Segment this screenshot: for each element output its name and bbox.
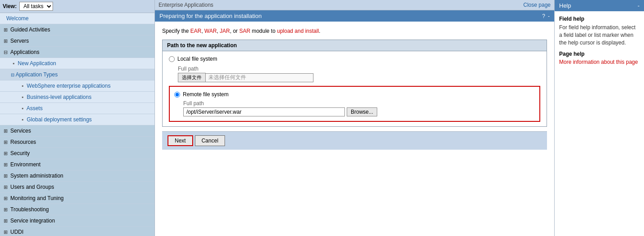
breadcrumb: Enterprise Applications Close page	[155, 0, 554, 10]
plus-icon: ⊞	[4, 139, 8, 145]
plus-icon: ⊞	[4, 38, 8, 44]
sidebar-item-environment[interactable]: ⊞ Environment	[0, 159, 154, 170]
remote-full-path-label: Full path	[183, 100, 535, 107]
local-file-input-row: 选择文件	[178, 73, 540, 82]
sidebar-item-uddi[interactable]: ⊞ UDDI	[0, 227, 154, 236]
next-button[interactable]: Next	[168, 135, 193, 146]
highlight-sar: SAR	[239, 28, 251, 34]
sidebar-item-welcome[interactable]: Welcome	[0, 13, 154, 24]
path-panel: Path to the new application Local file s…	[162, 40, 547, 127]
sidebar-item-guided-activities[interactable]: ⊞ Guided Activities	[0, 24, 154, 36]
sidebar: View: All tasks Welcome ⊞ Guided Activit…	[0, 0, 155, 236]
page-help-link[interactable]: More information about this page	[559, 59, 638, 65]
help-title: Help	[559, 2, 571, 9]
page-header: Preparing for the application installati…	[155, 10, 554, 22]
remote-path-input[interactable]	[183, 107, 345, 116]
field-help-title: Field help	[559, 16, 640, 22]
remote-label[interactable]: Remote file system	[183, 91, 229, 98]
plus-icon: ⊞	[4, 128, 8, 134]
remote-input-row: Browse...	[183, 107, 535, 116]
minus-icon: ⊟	[4, 49, 8, 55]
remote-section: Remote file system Full path Browse...	[169, 86, 540, 122]
browse-button[interactable]: Browse...	[347, 107, 377, 116]
plus-icon: ⊞	[4, 207, 8, 213]
local-field-group: Full path 选择文件	[178, 66, 540, 82]
highlight-ear: EAR	[190, 28, 202, 34]
local-full-path-label: Full path	[178, 66, 540, 72]
sidebar-item-applications[interactable]: ⊟ Applications	[0, 47, 154, 58]
help-minimize-btn[interactable]: -	[638, 2, 640, 9]
bullet-icon: ▪	[22, 116, 23, 123]
sidebar-item-global-deployment[interactable]: ▪ Global deployment settings	[0, 114, 154, 125]
sidebar-item-business-level[interactable]: ▪ Business-level applications	[0, 92, 154, 103]
plus-icon: ⊞	[4, 196, 8, 201]
plus-icon: ⊞	[4, 229, 8, 235]
sidebar-item-monitoring-tuning[interactable]: ⊞ Monitoring and Tuning	[0, 193, 154, 204]
panel-header: Path to the new application	[163, 40, 547, 51]
sidebar-top-bar: View: All tasks	[0, 0, 154, 13]
local-label[interactable]: Local file system	[177, 56, 217, 62]
highlight-war: WAR	[204, 28, 217, 34]
page-title: Preparing for the application installati…	[159, 13, 262, 19]
field-help-text: For field help information, select a fie…	[559, 24, 640, 46]
local-radio[interactable]	[169, 56, 175, 62]
help-panel: Help - Field help For field help informa…	[554, 0, 644, 236]
sidebar-item-new-application[interactable]: ▪ New Application	[0, 58, 154, 69]
panel-body: Local file system Full path 选择文件 Remote …	[163, 51, 547, 126]
bullet-icon: ▪	[22, 105, 23, 111]
remote-field-group: Full path Browse...	[183, 100, 535, 116]
minimize-icon-btn[interactable]: -	[548, 13, 550, 19]
local-radio-row: Local file system	[169, 56, 540, 62]
plus-icon: ⊞	[4, 218, 8, 224]
minus-icon: ⊟	[11, 72, 14, 77]
help-header: Help -	[555, 0, 644, 11]
sidebar-nav: Welcome ⊞ Guided Activities ⊞ Servers ⊟ …	[0, 13, 154, 236]
remote-radio[interactable]	[174, 92, 180, 98]
help-content: Field help For field help information, s…	[555, 11, 644, 70]
view-select[interactable]: All tasks	[19, 2, 53, 11]
sidebar-item-websphere-enterprise[interactable]: ▪ WebSphere enterprise applications	[0, 80, 154, 92]
sidebar-item-resources[interactable]: ⊞ Resources	[0, 137, 154, 148]
sidebar-item-users-groups[interactable]: ⊞ Users and Groups	[0, 182, 154, 193]
page-header-icons: ? -	[542, 13, 550, 19]
highlight-jar: JAR	[220, 28, 230, 34]
sidebar-item-services[interactable]: ⊞ Services	[0, 125, 154, 137]
highlight-upload: upload and install	[277, 28, 319, 34]
close-page-link[interactable]: Close page	[523, 2, 551, 8]
bullet-icon: ▪	[22, 83, 23, 89]
local-choose-button[interactable]: 选择文件	[178, 73, 206, 82]
cancel-button[interactable]: Cancel	[195, 135, 225, 146]
plus-icon: ⊞	[4, 162, 8, 168]
action-bar: Next Cancel	[162, 131, 547, 150]
breadcrumb-text: Enterprise Applications	[159, 2, 213, 8]
intro-text: Specify the EAR, WAR, JAR, or SAR module…	[162, 28, 547, 34]
view-label: View:	[3, 3, 17, 9]
sidebar-item-assets[interactable]: ▪ Assets	[0, 103, 154, 114]
content-area: Specify the EAR, WAR, JAR, or SAR module…	[155, 22, 554, 236]
sidebar-item-system-admin[interactable]: ⊞ System administration	[0, 170, 154, 182]
sidebar-item-service-integration[interactable]: ⊞ Service integration	[0, 215, 154, 227]
sidebar-item-security[interactable]: ⊞ Security	[0, 148, 154, 159]
sidebar-item-servers[interactable]: ⊞ Servers	[0, 36, 154, 47]
help-icon-btn[interactable]: ?	[542, 13, 545, 19]
sidebar-item-application-types[interactable]: ⊟ Application Types	[0, 69, 154, 80]
local-path-input[interactable]	[206, 73, 313, 82]
bullet-icon: ▪	[13, 60, 14, 67]
main-content: Enterprise Applications Close page Prepa…	[155, 0, 554, 236]
plus-icon: ⊞	[4, 173, 8, 179]
bullet-icon: ▪	[22, 94, 23, 100]
plus-icon: ⊞	[4, 184, 8, 190]
remote-radio-row: Remote file system	[174, 91, 535, 98]
page-help-title: Page help	[559, 51, 640, 57]
plus-icon: ⊞	[4, 151, 8, 156]
sidebar-item-troubleshooting[interactable]: ⊞ Troubleshooting	[0, 204, 154, 215]
plus-icon: ⊞	[4, 27, 8, 33]
